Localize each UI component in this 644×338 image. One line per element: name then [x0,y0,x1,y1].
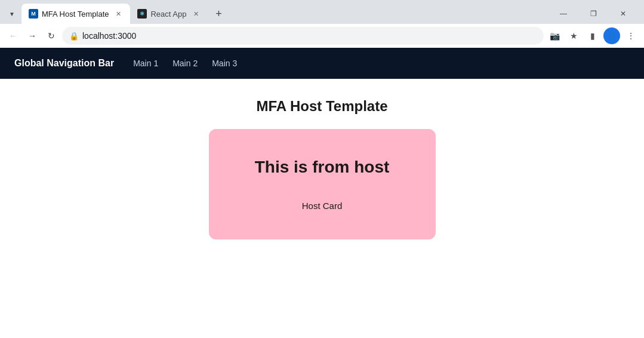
nav-brand: Global Navigation Bar [14,58,114,69]
tab-close-mfa[interactable]: ✕ [113,9,123,19]
minimize-button[interactable]: — [550,5,577,23]
host-card-label: Host Card [302,201,343,211]
tab-mfa-host-template[interactable]: M MFA Host Template ✕ [21,4,130,24]
main-content: MFA Host Template This is from host Host… [0,79,644,338]
host-card: This is from host Host Card [209,129,436,239]
tab-title-react: React App [150,10,186,19]
nav-link-main1[interactable]: Main 1 [133,59,158,68]
tab-dropdown-button[interactable]: ▼ [5,7,19,21]
global-nav-bar: Global Navigation Bar Main 1 Main 2 Main… [0,48,644,79]
screenshot-icon[interactable]: 📷 [546,27,563,44]
address-bar: ← → ↻ 🔒 localhost:3000 📷 ★ ▮ 👤 ⋮ [0,24,644,48]
tab-title-mfa: MFA Host Template [42,10,109,19]
lock-icon: 🔒 [69,32,79,41]
menu-icon[interactable]: ⋮ [623,27,639,44]
url-bar[interactable]: 🔒 localhost:3000 [62,27,544,45]
new-tab-button[interactable]: + [210,5,227,22]
close-window-button[interactable]: ✕ [609,5,637,23]
tab-react-app[interactable]: ⚛ React App ✕ [130,4,208,24]
reload-button[interactable]: ↻ [43,27,60,44]
window-controls: — ❐ ✕ [550,5,639,23]
tab-favicon-react: ⚛ [137,9,147,19]
sidebar-toggle-icon[interactable]: ▮ [584,27,601,44]
bookmark-icon[interactable]: ★ [565,27,582,44]
forward-button[interactable]: → [24,27,41,44]
maximize-button[interactable]: ❐ [580,5,607,23]
app-content: Global Navigation Bar Main 1 Main 2 Main… [0,48,644,338]
host-card-heading: This is from host [255,158,390,177]
nav-link-main3[interactable]: Main 3 [212,59,237,68]
tab-close-react[interactable]: ✕ [191,9,201,19]
tab-favicon-mfa: M [29,9,38,19]
back-button[interactable]: ← [5,27,21,44]
url-text: localhost:3000 [82,31,537,41]
profile-icon[interactable]: 👤 [603,27,620,44]
page-title: MFA Host Template [256,98,387,115]
nav-link-main2[interactable]: Main 2 [172,59,198,68]
tab-bar: ▼ M MFA Host Template ✕ ⚛ React App ✕ + … [0,0,644,24]
browser-chrome: ▼ M MFA Host Template ✕ ⚛ React App ✕ + … [0,0,644,48]
toolbar-icons: 📷 ★ ▮ 👤 ⋮ [546,27,639,44]
nav-links: Main 1 Main 2 Main 3 [133,59,237,68]
